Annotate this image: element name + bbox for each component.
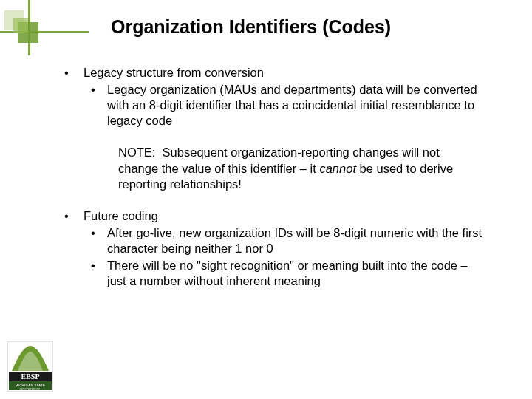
- corner-decoration: [0, 0, 89, 55]
- bullet-text: Legacy structure from conversion: [83, 65, 264, 81]
- logo-subtext: MICHIGAN STATE: [16, 383, 46, 387]
- slide-body: • Legacy structure from conversion • Leg…: [63, 65, 488, 290]
- bullet-dot: •: [91, 225, 107, 256]
- bullet-text: After go-live, new organization IDs will…: [107, 225, 488, 256]
- bullet-dot: •: [91, 82, 107, 129]
- page-title: Organization Identifiers (Codes): [111, 16, 502, 38]
- svg-rect-4: [13, 18, 28, 33]
- svg-text:UNIVERSITY: UNIVERSITY: [20, 388, 41, 391]
- bullet-legacy-sub: • Legacy organization (MAUs and departme…: [91, 82, 488, 129]
- bullet-future-sub2: • There will be no "sight recognition" o…: [91, 258, 488, 289]
- bullet-future-sub1: • After go-live, new organization IDs wi…: [91, 225, 488, 256]
- bullet-text: Legacy organization (MAUs and department…: [107, 82, 488, 129]
- bullet-dot: •: [91, 258, 107, 289]
- note-emph: cannot: [319, 162, 356, 175]
- bullet-dot: •: [63, 65, 83, 81]
- bullet-legacy: • Legacy structure from conversion: [63, 65, 488, 81]
- logo-acronym: EBSP: [21, 372, 39, 381]
- bullet-text: Future coding: [83, 208, 158, 224]
- bullet-text: There will be no "sight recognition" or …: [107, 258, 488, 289]
- bullet-future: • Future coding: [63, 208, 488, 224]
- bullet-dot: •: [63, 208, 83, 224]
- note-block: NOTE: Subsequent organization-reporting …: [118, 145, 488, 191]
- note-label: NOTE:: [118, 146, 155, 159]
- ebsp-logo: EBSP MICHIGAN STATE UNIVERSITY: [7, 341, 53, 392]
